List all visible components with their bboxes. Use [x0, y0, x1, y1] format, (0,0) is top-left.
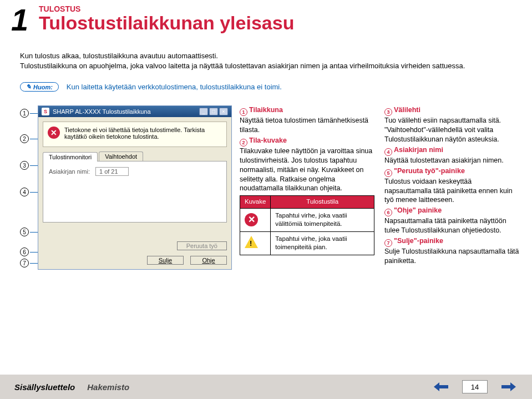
desc-num-5: 5 — [384, 169, 392, 177]
intro-line-2: Tulostustilaikkuna on apuohjelma, joka v… — [20, 61, 514, 71]
minimize-button[interactable]: _ — [199, 108, 208, 115]
note-row: ✎ Huom: Kun laitetta käytetään verkkotul… — [20, 82, 514, 92]
arrow-left-icon — [433, 381, 449, 393]
maximize-button[interactable]: □ — [209, 108, 218, 115]
desc-body-5: Tulostus voidaan keskeyttää napsauttamal… — [384, 177, 519, 205]
callout-numbers: 1 2 3 4 5 6 7 — [20, 105, 34, 270]
desc-num-2: 2 — [240, 139, 247, 147]
desc-head-6: "Ohje" painike — [394, 206, 442, 214]
next-page-button[interactable] — [500, 380, 518, 393]
callout-2: 2 — [20, 134, 29, 143]
desc-head-7: "Sulje"-painike — [394, 237, 443, 245]
description-columns: 1Tilaikkuna Näyttää tietoa tulostimen tä… — [240, 105, 519, 270]
tbl-row-1: Tapahtui virhe, joka vaatii välittömiä t… — [271, 208, 374, 231]
close-window-button[interactable]: Sulje — [147, 256, 184, 265]
callout-7: 7 — [20, 259, 29, 267]
status-icon-table: Kuvake Tulostustila ✕ Tapahtui virhe, jo… — [240, 195, 374, 255]
print-status-window: S SHARP AL-XXXX Tulostustilaikkuna _ □ ×… — [38, 105, 232, 270]
note-badge: ✎ Huom: — [20, 82, 59, 92]
cancel-job-button[interactable]: Peruuta työ — [177, 241, 227, 250]
desc-num-7: 7 — [384, 239, 392, 247]
desc-num-6: 6 — [384, 209, 392, 216]
callout-1: 1 — [20, 109, 29, 118]
pencil-icon: ✎ — [26, 83, 31, 90]
callout-5: 5 — [20, 228, 29, 236]
intro-text: Kun tulostus alkaa, tulostustilaikkuna a… — [20, 51, 514, 70]
desc-head-2: Tila-kuvake — [249, 137, 287, 144]
footer-bar: Sisällysluettelo Hakemisto 14 — [0, 375, 532, 399]
desc-num-1: 1 — [240, 108, 247, 116]
callout-6: 6 — [20, 248, 29, 256]
left-column: 1 2 3 4 5 6 7 S SHARP AL-XXXX Tulostusti… — [20, 105, 232, 270]
tab-bar: Tulostinmonitori Vaihtoehdot — [43, 151, 227, 161]
app-icon: S — [42, 108, 49, 115]
prev-page-button[interactable] — [432, 380, 450, 393]
middle-content: 1 2 3 4 5 6 7 S SHARP AL-XXXX Tulostusti… — [20, 105, 519, 270]
note-text: Kun laitetta käytetään verkkotulostimena… — [67, 83, 282, 91]
desc-num-4: 4 — [384, 148, 392, 156]
desc-body-1: Näyttää tietoa tulostimen tämänhetkisest… — [240, 116, 374, 135]
svg-marker-0 — [434, 382, 448, 391]
status-panel: ✕ Tietokone ei voi lähettää tietoja tulo… — [43, 122, 227, 147]
desc-head-4: Asiakirjan nimi — [394, 146, 443, 154]
page-title: Tulostustilaikkunan yleisasu — [39, 12, 294, 34]
error-icon: ✕ — [48, 127, 60, 139]
desc-body-2: Tilakuvake tulee näyttöön ja varoittaa s… — [240, 147, 374, 193]
close-button[interactable]: × — [219, 108, 228, 115]
index-link[interactable]: Hakemisto — [87, 382, 129, 392]
document-value: 1 of 21 — [95, 167, 129, 176]
note-badge-label: Huom: — [33, 84, 53, 90]
desc-head-1: Tilaikkuna — [249, 106, 283, 114]
desc-head-5: "Peruuta työ"-painike — [394, 167, 465, 175]
desc-body-4: Näyttää tulostettavan asiakirjan nimen. — [384, 156, 519, 165]
tab-body: Asiakirjan nimi: 1 of 21 — [43, 161, 227, 223]
tbl-head-status: Tulostustila — [271, 196, 374, 209]
arrow-right-icon — [500, 381, 517, 393]
warning-icon — [245, 236, 258, 248]
tbl-head-icon: Kuvake — [240, 196, 271, 209]
page-number-box: 14 — [462, 380, 488, 393]
desc-head-3: Välilehti — [394, 106, 420, 114]
window-title: SHARP AL-XXXX Tulostustilaikkuna — [53, 108, 151, 115]
chapter-number: 1 — [11, 4, 28, 36]
desc-col-2: 3Välilehti Tuo välilehti esiin napsautta… — [384, 105, 519, 270]
window-titlebar[interactable]: S SHARP AL-XXXX Tulostustilaikkuna _ □ × — [38, 106, 231, 117]
callout-3: 3 — [20, 161, 29, 170]
desc-col-1: 1Tilaikkuna Näyttää tietoa tulostimen tä… — [240, 105, 374, 270]
intro-line-1: Kun tulostus alkaa, tulostustilaikkuna a… — [20, 51, 514, 61]
header: TULOSTUS Tulostustilaikkunan yleisasu — [39, 4, 294, 34]
desc-body-7: Sulje Tulostustilaikkuna napsauttamalla … — [384, 247, 519, 266]
status-message: Tietokone ei voi lähettää tietoja tulost… — [64, 127, 222, 140]
desc-body-3: Tuo välilehti esiin napsauttamalla sitä.… — [384, 116, 519, 144]
callout-4: 4 — [20, 188, 29, 196]
error-icon: ✕ — [245, 213, 258, 226]
tab-monitor[interactable]: Tulostinmonitori — [43, 152, 98, 161]
desc-num-3: 3 — [384, 108, 392, 116]
tab-options[interactable]: Vaihtoehdot — [99, 151, 143, 161]
toc-link[interactable]: Sisällysluettelo — [14, 382, 75, 392]
svg-marker-1 — [501, 382, 516, 391]
desc-body-6: Napsauttamalla tätä painiketta näyttöön … — [384, 216, 519, 235]
tbl-row-2: Tapahtui virhe, joka vaatii toimenpiteit… — [271, 231, 374, 255]
document-label: Asiakirjan nimi: — [49, 168, 90, 175]
help-button[interactable]: Ohje — [190, 256, 227, 265]
